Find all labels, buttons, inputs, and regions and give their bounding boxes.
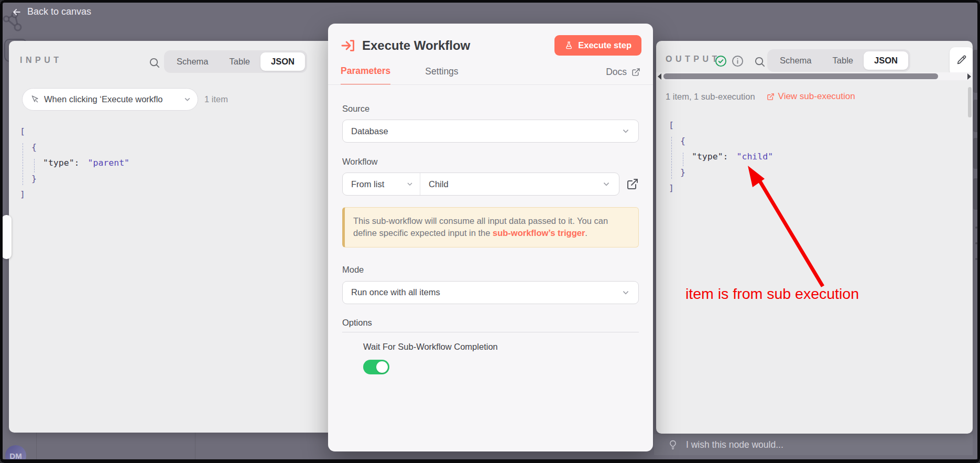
- chevron-down-icon: [183, 95, 191, 103]
- input-run-source-select[interactable]: When clicking ‘Execute workflo: [22, 88, 198, 111]
- sub-workflow-notice: This sub-workflow will consume all input…: [342, 207, 639, 247]
- json-line: {: [20, 139, 129, 155]
- cursor-click-icon: [30, 94, 40, 104]
- output-tab-table[interactable]: Table: [822, 51, 864, 70]
- wait-for-completion-toggle[interactable]: [363, 360, 389, 374]
- flask-icon: [564, 41, 573, 50]
- workflow-label: Workflow: [342, 157, 639, 167]
- tab-settings[interactable]: Settings: [425, 66, 458, 84]
- open-workflow-icon[interactable]: [626, 178, 639, 190]
- output-tab-schema[interactable]: Schema: [769, 51, 822, 70]
- json-line: "type":"child": [669, 149, 773, 165]
- mode-value: Run once with all items: [351, 287, 440, 297]
- dimmed-side-control: [973, 138, 979, 169]
- input-run-source-value: When clicking ‘Execute workflo: [44, 94, 163, 104]
- canvas-gridline: [36, 430, 37, 460]
- sub-workflow-trigger-link[interactable]: sub-workflow’s trigger: [493, 228, 585, 238]
- dimmed-side-control: [973, 50, 979, 93]
- json-line: "type":"parent": [20, 155, 129, 171]
- input-panel-title: INPUT: [20, 56, 62, 65]
- source-value: Database: [351, 126, 388, 136]
- info-icon[interactable]: [732, 55, 744, 67]
- user-avatar[interactable]: DM: [5, 445, 26, 463]
- toggle-knob: [376, 361, 388, 373]
- dimmed-side-control: [973, 100, 979, 132]
- annotation-text: item is from sub execution: [685, 285, 859, 303]
- horizontal-scrollbar[interactable]: [656, 72, 973, 80]
- workflow-value: Child: [429, 179, 449, 189]
- dimmed-dot: [975, 258, 977, 260]
- avatar-initials: DM: [9, 451, 21, 460]
- input-tab-schema[interactable]: Schema: [166, 52, 219, 71]
- output-summary-row: 1 item, 1 sub-execution View sub-executi…: [666, 91, 855, 102]
- json-line: [: [20, 124, 129, 139]
- vertical-scrollbar-thumb[interactable]: [968, 87, 972, 117]
- mode-select[interactable]: Run once with all items: [342, 281, 639, 304]
- success-check-icon: [715, 55, 727, 67]
- execute-workflow-node-icon: [341, 38, 355, 53]
- canvas-gridline: [195, 430, 195, 460]
- workflow-canvas-dimmed: Back to canvas INPUT Schema Table JSON W…: [0, 0, 980, 463]
- view-sub-execution-link[interactable]: View sub-execution: [767, 91, 855, 102]
- mode-label: Mode: [342, 265, 639, 275]
- docs-link[interactable]: Docs: [606, 67, 640, 84]
- output-json-view: [ { "type":"child" } ]: [669, 117, 773, 196]
- search-icon[interactable]: [754, 56, 766, 68]
- input-view-tabs: Schema Table JSON: [164, 50, 307, 73]
- scrollbar-thumb[interactable]: [663, 73, 938, 79]
- input-panel-collapse-handle[interactable]: [2, 215, 12, 259]
- output-view-tabs: Schema Table JSON: [767, 49, 910, 72]
- dimmed-dot: [975, 227, 977, 229]
- screen: Back to canvas INPUT Schema Table JSON W…: [0, 0, 980, 463]
- input-items-count: 1 item: [204, 94, 228, 104]
- source-label: Source: [342, 104, 639, 114]
- output-items-count: 1 item, 1 sub-execution: [666, 92, 755, 102]
- execute-step-button[interactable]: Execute step: [554, 35, 641, 56]
- external-link-icon: [767, 93, 775, 101]
- json-line: ]: [20, 187, 129, 202]
- wait-toggle-label: Wait For Sub-Workflow Completion: [363, 342, 639, 352]
- edit-output-button[interactable]: [950, 47, 973, 76]
- workflow-select[interactable]: Child: [420, 173, 619, 195]
- execute-workflow-modal: Execute Workflow Execute step Parameters…: [328, 24, 653, 451]
- search-icon[interactable]: [148, 57, 160, 69]
- dimmed-side-control: [973, 178, 979, 210]
- modal-body: Source Database Workflow From list Child: [342, 85, 639, 374]
- json-line: {: [669, 133, 773, 149]
- docs-label: Docs: [606, 67, 627, 78]
- json-line: }: [20, 171, 129, 187]
- workflow-combo: From list Child: [342, 173, 619, 196]
- json-indent-guide: [683, 153, 683, 166]
- chevron-down-icon: [622, 288, 630, 297]
- output-panel-title: OUTPUT: [666, 55, 721, 64]
- back-to-canvas-button[interactable]: Back to canvas: [12, 6, 91, 17]
- execute-step-label: Execute step: [578, 40, 631, 50]
- modal-header: Execute Workflow Execute step: [341, 35, 641, 56]
- pencil-icon: [956, 54, 967, 66]
- scroll-right-arrow[interactable]: [967, 73, 971, 80]
- chevron-down-icon: [602, 180, 611, 188]
- back-to-canvas-label: Back to canvas: [27, 6, 91, 17]
- tab-parameters[interactable]: Parameters: [341, 66, 390, 85]
- chevron-down-icon: [406, 180, 413, 188]
- external-link-icon: [631, 68, 640, 77]
- input-tab-json[interactable]: JSON: [260, 52, 305, 71]
- workflow-mode-select[interactable]: From list: [343, 173, 420, 195]
- modal-title: Execute Workflow: [362, 38, 470, 53]
- back-arrow-icon: [12, 7, 22, 17]
- input-tab-table[interactable]: Table: [219, 52, 260, 71]
- output-tab-json[interactable]: JSON: [864, 51, 908, 70]
- input-json-view: [ { "type":"parent" } ]: [20, 124, 129, 202]
- json-line: [: [669, 117, 773, 133]
- json-line: ]: [669, 180, 773, 196]
- input-panel: INPUT Schema Table JSON When clicking ‘E…: [9, 41, 334, 433]
- view-sub-execution-label: View sub-execution: [778, 91, 855, 102]
- node-feedback-bar[interactable]: I wish this node would...: [654, 434, 973, 455]
- options-divider: [342, 332, 639, 332]
- scroll-left-arrow[interactable]: [658, 73, 661, 80]
- notice-suffix: .: [585, 228, 587, 238]
- json-indent-guide: [34, 159, 35, 173]
- json-indent-guide: [23, 143, 23, 185]
- source-select[interactable]: Database: [342, 120, 639, 143]
- options-label: Options: [342, 318, 639, 328]
